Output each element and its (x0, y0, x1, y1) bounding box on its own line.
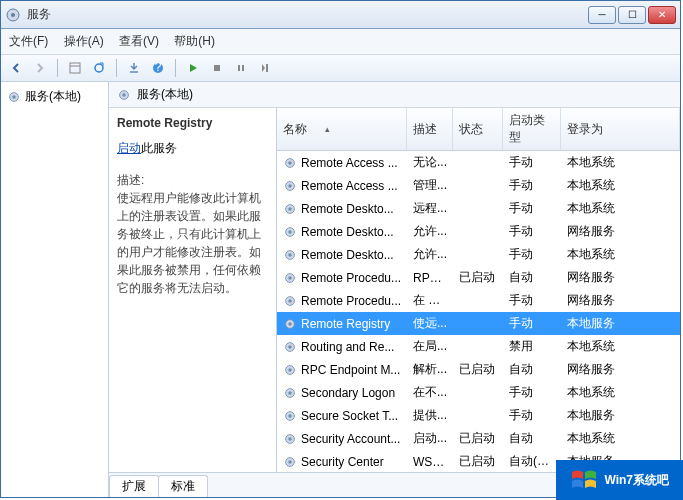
service-row[interactable]: Remote Registry使远...手动本地服务 (277, 312, 680, 335)
desc-label: 描述: (117, 171, 268, 189)
cell-name: Remote Procedu... (277, 293, 407, 309)
tree-root[interactable]: 服务(本地) (5, 86, 104, 107)
svg-point-21 (288, 207, 292, 211)
col-logon[interactable]: 登录为 (561, 108, 680, 150)
menu-view[interactable]: 查看(V) (119, 33, 159, 50)
back-button[interactable] (5, 57, 27, 79)
separator (175, 59, 176, 77)
detail-pane: Remote Registry 启动此服务 描述: 使远程用户能修改此计算机上的… (109, 108, 277, 472)
title-bar[interactable]: 服务 ─ ☐ ✕ (1, 1, 680, 29)
desc-text: 使远程用户能修改此计算机上的注册表设置。如果此服务被终止，只有此计算机上的用户才… (117, 189, 268, 297)
right-body: Remote Registry 启动此服务 描述: 使远程用户能修改此计算机上的… (109, 108, 680, 472)
service-row[interactable]: Remote Access ...管理...手动本地系统 (277, 174, 680, 197)
gear-icon (283, 202, 297, 216)
cell-desc: 无论... (407, 153, 453, 172)
gear-icon (283, 271, 297, 285)
list-header: 名称▴ 描述 状态 启动类型 登录为 (277, 108, 680, 151)
gear-icon (283, 363, 297, 377)
forward-button[interactable] (29, 57, 51, 79)
start-link[interactable]: 启动 (117, 141, 141, 155)
gear-icon (283, 294, 297, 308)
close-button[interactable]: ✕ (648, 6, 676, 24)
col-status[interactable]: 状态 (453, 108, 503, 150)
service-row[interactable]: Remote Procedu...在 W...手动网络服务 (277, 289, 680, 312)
service-row[interactable]: Routing and Re...在局...禁用本地系统 (277, 335, 680, 358)
cell-logon: 本地系统 (561, 153, 680, 172)
list-pane: 名称▴ 描述 状态 启动类型 登录为 Remote Access ...无论..… (277, 108, 680, 472)
cell-desc: 管理... (407, 176, 453, 195)
service-row[interactable]: RPC Endpoint M...解析...已启动自动网络服务 (277, 358, 680, 381)
detail-title: Remote Registry (117, 116, 268, 130)
toolbar: ? (1, 55, 680, 82)
cell-name: Security Center (277, 454, 407, 470)
service-row[interactable]: Secondary Logon在不...手动本地系统 (277, 381, 680, 404)
cell-startup: 手动 (503, 383, 561, 402)
gear-icon (283, 317, 297, 331)
detail-description: 描述: 使远程用户能修改此计算机上的注册表设置。如果此服务被终止，只有此计算机上… (117, 171, 268, 297)
service-row[interactable]: Remote Access ...无论...手动本地系统 (277, 151, 680, 174)
export-button[interactable] (123, 57, 145, 79)
cell-name: Remote Registry (277, 316, 407, 332)
cell-startup: 手动 (503, 199, 561, 218)
cell-name: Security Account... (277, 431, 407, 447)
start-button[interactable] (182, 57, 204, 79)
action-suffix: 此服务 (141, 141, 177, 155)
col-startup[interactable]: 启动类型 (503, 108, 561, 150)
separator (57, 59, 58, 77)
service-row[interactable]: Secure Socket T...提供...手动本地服务 (277, 404, 680, 427)
help-button[interactable]: ? (147, 57, 169, 79)
service-row[interactable]: Remote Procedu...RPC...已启动自动网络服务 (277, 266, 680, 289)
svg-point-43 (288, 460, 292, 464)
cell-name: Routing and Re... (277, 339, 407, 355)
cell-status (453, 208, 503, 210)
cell-startup: 手动 (503, 153, 561, 172)
list-rows[interactable]: Remote Access ...无论...手动本地系统Remote Acces… (277, 151, 680, 472)
svg-rect-2 (70, 63, 80, 73)
cell-logon: 网络服务 (561, 268, 680, 287)
window-title: 服务 (27, 6, 588, 23)
svg-text:?: ? (155, 61, 162, 74)
service-row[interactable]: Remote Deskto...允许...手动网络服务 (277, 220, 680, 243)
cell-startup: 自动 (503, 429, 561, 448)
menu-file[interactable]: 文件(F) (9, 33, 48, 50)
cell-startup: 自动(延迟... (503, 452, 561, 471)
minimize-button[interactable]: ─ (588, 6, 616, 24)
service-row[interactable]: Remote Deskto...允许...手动本地系统 (277, 243, 680, 266)
svg-point-19 (288, 184, 292, 188)
tab-standard[interactable]: 标准 (158, 475, 208, 497)
svg-point-29 (288, 299, 292, 303)
stop-button[interactable] (206, 57, 228, 79)
cell-status (453, 323, 503, 325)
col-desc[interactable]: 描述 (407, 108, 453, 150)
cell-status: 已启动 (453, 429, 503, 448)
cell-startup: 自动 (503, 360, 561, 379)
tree-pane: 服务(本地) (1, 82, 109, 497)
col-name[interactable]: 名称▴ (277, 108, 407, 150)
gear-icon (283, 386, 297, 400)
menu-bar: 文件(F) 操作(A) 查看(V) 帮助(H) (1, 29, 680, 55)
cell-status (453, 346, 503, 348)
cell-status (453, 254, 503, 256)
restart-button[interactable] (254, 57, 276, 79)
svg-rect-9 (238, 65, 240, 71)
refresh-button[interactable] (88, 57, 110, 79)
service-row[interactable]: Remote Deskto...远程...手动本地系统 (277, 197, 680, 220)
gear-icon (283, 179, 297, 193)
menu-action[interactable]: 操作(A) (64, 33, 104, 50)
svg-rect-11 (266, 64, 268, 72)
pause-button[interactable] (230, 57, 252, 79)
maximize-button[interactable]: ☐ (618, 6, 646, 24)
svg-point-13 (12, 95, 16, 99)
properties-button[interactable] (64, 57, 86, 79)
service-row[interactable]: Security Account...启动...已启动自动本地系统 (277, 427, 680, 450)
svg-point-33 (288, 345, 292, 349)
menu-help[interactable]: 帮助(H) (174, 33, 215, 50)
cell-logon: 网络服务 (561, 291, 680, 310)
svg-point-37 (288, 391, 292, 395)
gear-icon (7, 90, 21, 104)
tab-extended[interactable]: 扩展 (109, 475, 159, 497)
gear-icon (283, 455, 297, 469)
main-area: 服务(本地) 服务(本地) Remote Registry 启动此服务 描述: … (1, 82, 680, 497)
right-pane: 服务(本地) Remote Registry 启动此服务 描述: 使远程用户能修… (109, 82, 680, 497)
windows-logo-icon (570, 466, 598, 494)
